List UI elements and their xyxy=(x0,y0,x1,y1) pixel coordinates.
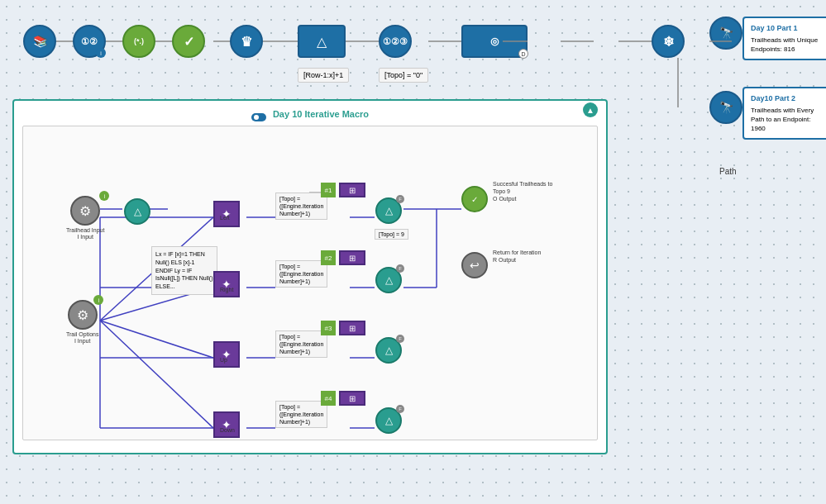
binoculars-icon-1: 🔭 xyxy=(719,26,733,40)
triangle-icon-topo-2: △ xyxy=(385,274,393,286)
node-badge-f4: F xyxy=(396,405,404,413)
triangle-icon-1: △ xyxy=(134,206,141,217)
node-badge-d: D xyxy=(518,49,528,59)
node-badge-f: F xyxy=(396,195,404,203)
trail-options-node[interactable]: ⚙ Trail OptionsI Input i xyxy=(66,300,98,345)
node-snowflake[interactable]: ❄ xyxy=(652,25,685,58)
macro-collapse-btn[interactable]: ▲ xyxy=(583,102,598,117)
triangle-topo-2[interactable]: △ F xyxy=(375,267,402,293)
node-formula-green[interactable]: (*.) xyxy=(122,25,155,58)
triangle-topo-3[interactable]: △ F xyxy=(375,337,402,364)
success-icon: ✓ xyxy=(471,195,478,204)
hash-node-3[interactable]: #3 xyxy=(321,321,336,335)
triangle-topo-4[interactable]: △ F xyxy=(375,407,402,434)
node-data-input[interactable]: ①② i xyxy=(73,25,106,58)
right-label: Right xyxy=(220,287,233,292)
result-text-1: Trailheads with Unique Endpoints: 816 xyxy=(751,36,825,54)
purple-rect-1[interactable]: ⊞ xyxy=(339,183,365,197)
result-box-1: Day 10 Part 1 Trailheads with Unique End… xyxy=(742,17,826,60)
up-label: Up xyxy=(220,357,227,363)
trail-options-label: Trail OptionsI Input xyxy=(66,331,98,345)
node-badge-f2: F xyxy=(396,264,404,273)
node-badge-i: i xyxy=(99,191,109,201)
book-icon: 📚 xyxy=(33,35,47,48)
trailhead-input-node[interactable]: ⚙ Trailhead InputI Input i xyxy=(66,196,104,241)
result-box-2: Day10 Part 2 Trailheads with Every Path … xyxy=(742,87,826,140)
hash-node-2[interactable]: #2 xyxy=(321,250,336,265)
svg-line-24 xyxy=(100,321,213,358)
macro-title: Day 10 Iterative Macro xyxy=(273,109,369,119)
binoculars-icon-2: 🔭 xyxy=(719,101,733,114)
triangle-icon-topo-3: △ xyxy=(385,345,393,356)
node-data2[interactable]: ①②③ xyxy=(379,25,412,58)
gear-icon-2: ⚙ xyxy=(77,307,88,323)
topo-formula-3: [Topo] =([Engine.IterationNumber]+1) xyxy=(275,330,327,358)
formula-box-2: [Topo] = "0" xyxy=(379,68,428,83)
result-text-2: Trailheads with Every Path to an Endpoin… xyxy=(751,106,825,134)
filter-icon-3: ⊞ xyxy=(349,324,356,333)
purple-node-left[interactable]: ✦ xyxy=(213,201,240,227)
success-node[interactable]: ✓ xyxy=(461,186,488,212)
return-icon: ↩ xyxy=(470,259,480,272)
formula-icon: (*.) xyxy=(134,37,144,45)
triangle-topo-1[interactable]: △ F xyxy=(375,197,402,224)
purple-node-down[interactable]: ✦ xyxy=(213,411,240,438)
filter-icon-4: ⊞ xyxy=(349,394,356,403)
return-label: Return for IterationR Output xyxy=(493,249,541,264)
purple-node-right[interactable]: ✦ xyxy=(213,271,240,297)
spiral-icon: ◎ xyxy=(490,36,499,47)
result-title-2: Day10 Part 2 xyxy=(751,93,825,104)
filter-icon-2: ⊞ xyxy=(349,254,356,263)
main-formula-text: Lx = IF [x]=1 THEN Null() ELS [x]-1 ENDI… xyxy=(155,251,213,289)
formula-text-1: [Row-1:x]+1 xyxy=(303,71,343,79)
purple-rect-4[interactable]: ⊞ xyxy=(339,391,365,406)
formula-text-2: [Topo] = "0" xyxy=(384,71,423,79)
purple-rect-2[interactable]: ⊞ xyxy=(339,250,365,265)
node-badge-2: i xyxy=(93,295,103,305)
node-spiral[interactable]: ◎ D xyxy=(461,25,528,58)
return-node[interactable]: ↩ xyxy=(461,252,488,278)
crown-icon: ♛ xyxy=(241,34,252,50)
topo-icon: △ xyxy=(317,34,327,50)
data2-icon: ①②③ xyxy=(383,36,408,47)
node-check[interactable]: ✓ xyxy=(172,25,205,58)
hash-node-1[interactable]: #1 xyxy=(321,183,336,197)
result-title-1: Day 10 Part 1 xyxy=(751,23,825,34)
filter-icon-1: ⊞ xyxy=(349,186,356,195)
purple-rect-3[interactable]: ⊞ xyxy=(339,321,365,335)
triangle-node-1[interactable]: △ xyxy=(124,198,150,225)
topo-formula-4: [Topo] =([Engine.IterationNumber]+1) xyxy=(275,401,327,428)
formula-box-1: [Row-1:x]+1 xyxy=(298,68,349,83)
trailhead-input-label: Trailhead InputI Input xyxy=(66,227,104,241)
topo-formula-2: [Topo] =([Engine.IterationNumber]+1) xyxy=(275,260,327,288)
topo9-label: [Topo] = 9 xyxy=(375,229,408,240)
macro-container: Day 10 Iterative Macro ▲ xyxy=(12,99,608,454)
node-topo[interactable]: △ xyxy=(298,25,346,58)
topo-formula-1: [Topo] =([Engine.IterationNumber]+1) xyxy=(275,193,327,220)
purple-node-up[interactable]: ✦ xyxy=(213,341,240,368)
node-crown[interactable]: ♛ xyxy=(230,25,263,58)
left-label: Left xyxy=(220,215,230,221)
macro-inner: ⚙ Trailhead InputI Input i △ Lx = IF [x]… xyxy=(22,126,598,440)
node-binoculars-1[interactable]: 🔭 xyxy=(709,17,742,50)
hash-node-4[interactable]: #4 xyxy=(321,391,336,406)
node-badge-1: i xyxy=(96,48,106,58)
snowflake-icon: ❄ xyxy=(663,34,674,50)
check-icon: ✓ xyxy=(184,34,194,50)
path-label: Path xyxy=(719,167,737,176)
node-badge-f3: F xyxy=(396,335,404,343)
down-label: Down xyxy=(220,427,235,433)
triangle-icon-topo-1: △ xyxy=(385,205,393,216)
svg-line-25 xyxy=(100,321,213,428)
node-book[interactable]: 📚 xyxy=(23,25,56,58)
data-icon: ①② xyxy=(81,36,98,47)
triangle-icon-topo-4: △ xyxy=(385,415,393,426)
success-label: Succesful Trailheads to Topo 9O Output xyxy=(493,180,559,202)
main-formula-box: Lx = IF [x]=1 THEN Null() ELS [x]-1 ENDI… xyxy=(151,246,217,295)
node-binoculars-2[interactable]: 🔭 xyxy=(709,91,742,124)
gear-icon-1: ⚙ xyxy=(79,203,91,219)
